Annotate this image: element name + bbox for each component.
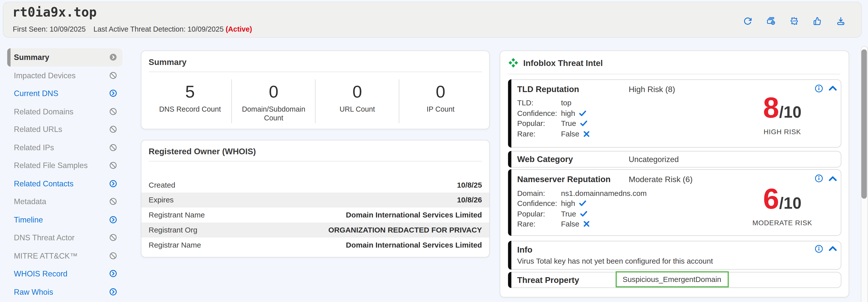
sidebar-item-related-file-samples[interactable]: Related File Samples	[7, 156, 123, 175]
collapse-chevron-icon[interactable]	[828, 86, 837, 91]
threat-intel-card: Infoblox Threat Intel TLD Reputation Hig…	[499, 51, 849, 297]
check-icon	[579, 110, 586, 116]
sidebar-item-metadata[interactable]: Metadata	[7, 193, 123, 211]
nameserver-risk-level: Moderate Risk (6)	[628, 175, 692, 184]
svg-text:API: API	[792, 20, 796, 22]
thumbs-up-icon[interactable]	[813, 17, 822, 25]
nameserver-score-caption: MODERATE RISK	[735, 219, 829, 227]
chevron-right-circle-icon	[109, 270, 117, 278]
api-settings-gear-icon[interactable]: API	[790, 17, 799, 25]
sidebar-item-related-contacts[interactable]: Related Contacts	[7, 175, 123, 193]
threat-intel-title: Infoblox Threat Intel	[523, 58, 603, 68]
sidebar-item-related-urls[interactable]: Related URLs	[7, 120, 123, 139]
stat-url-count: 0 URL Count	[315, 79, 398, 123]
sidebar-item-label: DNS Threat Actor	[14, 233, 74, 242]
whois-card: Registered Owner (WHOIS) Created 10/8/25…	[141, 140, 490, 258]
stat-dns-record-count: 5 DNS Record Count	[149, 79, 231, 123]
no-entry-icon	[109, 161, 117, 169]
web-category-value: Uncategorized	[628, 154, 679, 163]
sidebar-item-label: Raw Whois	[14, 287, 53, 296]
divider	[149, 161, 482, 161]
no-entry-icon	[109, 108, 117, 115]
no-entry-icon	[109, 198, 117, 205]
divider	[149, 71, 482, 72]
whois-row-registrant-name: Registrant Name Domain International Ser…	[142, 207, 489, 222]
tld-score-caption: HIGH RISK	[735, 128, 829, 136]
stat-ip-count: 0 IP Count	[399, 79, 482, 123]
sidebar-item-impacted-devices[interactable]: Impacted Devices	[7, 66, 123, 84]
sidebar-item-label: Related Contacts	[14, 179, 73, 188]
summary-card: Summary 5 DNS Record Count 0 Domain/Subd…	[141, 50, 490, 129]
x-icon	[583, 131, 589, 137]
sidebar-item-related-domains[interactable]: Related Domains	[7, 102, 123, 120]
threat-property-highlight: Suspicious_EmergentDomain	[615, 271, 728, 287]
download-icon[interactable]	[836, 17, 845, 25]
last-active-value: 10/09/2025	[186, 25, 226, 33]
tld-score: 8/10 HIGH RISK	[735, 93, 829, 136]
refresh-icon[interactable]	[743, 17, 752, 25]
whois-rows: Created 10/8/25 Expires 10/8/26 Registra…	[142, 178, 489, 252]
web-category-section: Web Category Uncategorized	[508, 151, 841, 167]
web-category-title: Web Category	[517, 154, 573, 163]
chevron-right-circle-icon	[109, 180, 117, 187]
check-icon	[580, 211, 587, 217]
whois-row-registrant-org: Registrant Org ORGANIZATION REDACTED FOR…	[142, 222, 489, 238]
check-icon	[580, 121, 587, 127]
summary-card-title: Summary	[142, 51, 489, 71]
sidebar-item-mitre-attack[interactable]: MITRE ATT&CK™	[7, 247, 123, 265]
header-toolbar: API	[743, 17, 845, 25]
whois-row-expires: Expires 10/8/26	[142, 193, 489, 208]
collapse-chevron-icon[interactable]	[828, 246, 837, 251]
info-icon[interactable]	[814, 174, 823, 183]
sidebar-item-label: MITRE ATT&CK™	[14, 251, 78, 260]
no-entry-icon	[109, 252, 117, 260]
sidebar-item-label: Metadata	[14, 197, 46, 206]
whois-card-title: Registered Owner (WHOIS)	[142, 141, 489, 161]
sidebar-item-label: Related Domains	[14, 107, 73, 116]
info-section: Info Virus Total key has not yet been co…	[508, 241, 841, 269]
header-bar: rt0ia9x.top First Seen: 10/09/2025Last A…	[3, 2, 862, 38]
sidebar-item-whois-record[interactable]: WHOIS Record	[7, 265, 123, 283]
no-entry-icon	[109, 71, 117, 79]
tld-reputation-title: TLD Reputation	[517, 84, 579, 94]
whois-row-registrar-name: Registrar Name Domain International Serv…	[142, 238, 489, 252]
sidebar-item-label: Summary	[14, 53, 49, 62]
last-active-label: Last Active Threat Detection:	[94, 25, 186, 33]
nameserver-details: Domain:ns1.domainnamedns.com Confidence:…	[517, 188, 647, 229]
threat-intel-header: Infoblox Threat Intel	[500, 51, 848, 74]
sidebar-item-summary[interactable]: Summary	[7, 48, 123, 66]
nameserver-reputation-section: Nameserver Reputation Moderate Risk (6) …	[508, 169, 841, 236]
sidebar-item-label: Related IPs	[14, 143, 54, 152]
sidebar-item-timeline[interactable]: Timeline	[7, 210, 123, 229]
add-to-case-icon[interactable]	[767, 17, 775, 25]
sidebar-item-label: Related File Samples	[14, 161, 88, 170]
sidebar-item-related-ips[interactable]: Related IPs	[7, 139, 123, 156]
chevron-right-circle-icon	[109, 54, 117, 61]
collapse-chevron-icon[interactable]	[828, 176, 837, 181]
header-meta: First Seen: 10/09/2025Last Active Threat…	[13, 25, 252, 33]
info-message: Virus Total key has not yet been configu…	[517, 256, 713, 265]
sidebar-item-raw-whois[interactable]: Raw Whois	[7, 283, 123, 301]
info-icon[interactable]	[814, 244, 823, 252]
nameserver-score: 6/10 MODERATE RISK	[735, 184, 829, 227]
info-icon[interactable]	[814, 84, 823, 92]
summary-stats: 5 DNS Record Count 0 Domain/Subdomain Co…	[149, 79, 482, 123]
tld-details: TLD:top Confidence:high Popular:True Rar…	[517, 98, 589, 139]
check-icon	[579, 201, 586, 206]
sidebar-item-current-dns[interactable]: Current DNS	[7, 84, 123, 102]
first-seen-label: First Seen:	[13, 25, 48, 33]
whois-row-created: Created 10/8/25	[142, 178, 489, 193]
info-title: Info	[517, 244, 532, 254]
sidebar-item-label: Impacted Devices	[14, 71, 75, 80]
chevron-right-circle-icon	[109, 90, 117, 97]
sidebar-item-dns-threat-actor[interactable]: DNS Threat Actor	[7, 229, 123, 247]
no-entry-icon	[109, 144, 117, 151]
sidebar-item-label: Current DNS	[14, 89, 58, 97]
page-title: rt0ia9x.top	[12, 5, 97, 20]
threat-property-section: Threat Property Suspicious_EmergentDomai…	[508, 272, 841, 288]
sidebar-item-label: Related URLs	[14, 125, 62, 134]
chevron-right-circle-icon	[109, 216, 117, 223]
scrollbar-thumb[interactable]	[861, 50, 867, 199]
stat-domain-subdomain-count: 0 Domain/Subdomain Count	[231, 79, 315, 123]
first-seen-value: 10/09/2025	[48, 25, 86, 33]
